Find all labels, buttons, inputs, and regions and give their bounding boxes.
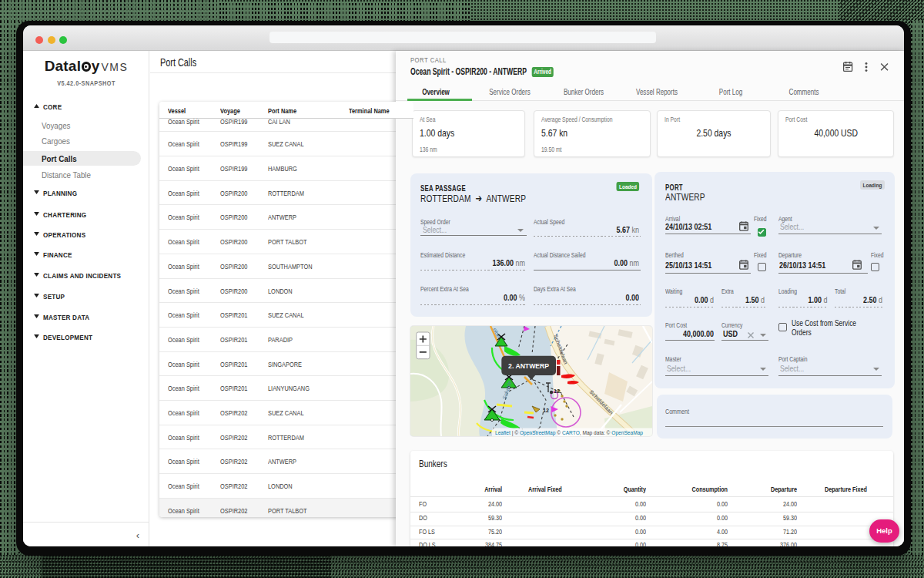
svg-text:12: 12 bbox=[543, 408, 549, 413]
svg-text:2. ANTWERP: 2. ANTWERP bbox=[508, 361, 550, 370]
svg-text:Leaflet | © OpenStreetMap © CA: Leaflet | © OpenStreetMap © CARTO, Map d… bbox=[495, 429, 643, 436]
svg-text:12: 12 bbox=[554, 388, 560, 394]
